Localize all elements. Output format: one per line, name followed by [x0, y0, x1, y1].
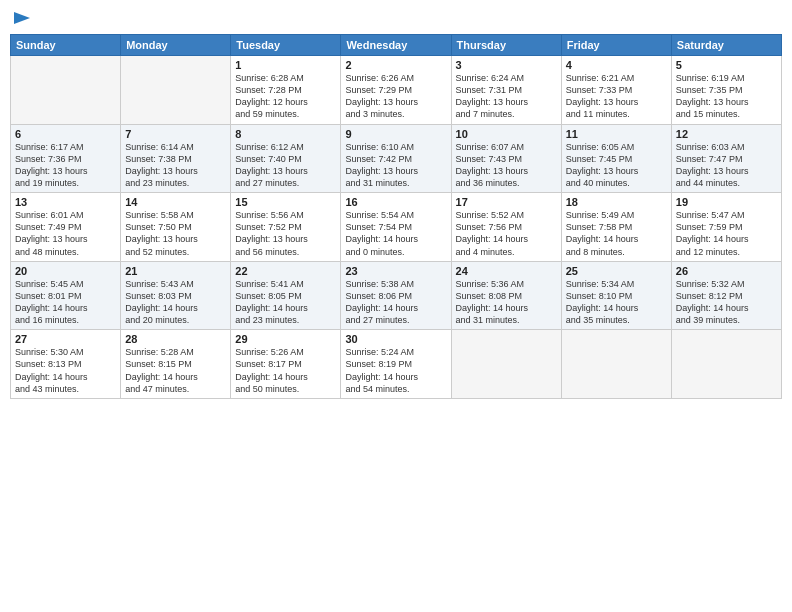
calendar-week-row: 6Sunrise: 6:17 AM Sunset: 7:36 PM Daylig…	[11, 124, 782, 193]
calendar-day-cell: 7Sunrise: 6:14 AM Sunset: 7:38 PM Daylig…	[121, 124, 231, 193]
calendar-day-cell: 19Sunrise: 5:47 AM Sunset: 7:59 PM Dayli…	[671, 193, 781, 262]
day-info: Sunrise: 5:56 AM Sunset: 7:52 PM Dayligh…	[235, 209, 336, 258]
day-info: Sunrise: 6:28 AM Sunset: 7:28 PM Dayligh…	[235, 72, 336, 121]
page: SundayMondayTuesdayWednesdayThursdayFrid…	[0, 0, 792, 612]
day-number: 13	[15, 196, 116, 208]
day-number: 30	[345, 333, 446, 345]
day-info: Sunrise: 5:30 AM Sunset: 8:13 PM Dayligh…	[15, 346, 116, 395]
day-number: 26	[676, 265, 777, 277]
calendar-day-cell: 15Sunrise: 5:56 AM Sunset: 7:52 PM Dayli…	[231, 193, 341, 262]
calendar-day-cell: 14Sunrise: 5:58 AM Sunset: 7:50 PM Dayli…	[121, 193, 231, 262]
day-number: 29	[235, 333, 336, 345]
calendar-day-cell: 6Sunrise: 6:17 AM Sunset: 7:36 PM Daylig…	[11, 124, 121, 193]
day-number: 4	[566, 59, 667, 71]
calendar-day-cell: 11Sunrise: 6:05 AM Sunset: 7:45 PM Dayli…	[561, 124, 671, 193]
calendar-day-header: Monday	[121, 35, 231, 56]
calendar-day-cell: 22Sunrise: 5:41 AM Sunset: 8:05 PM Dayli…	[231, 261, 341, 330]
day-number: 15	[235, 196, 336, 208]
calendar-day-cell: 20Sunrise: 5:45 AM Sunset: 8:01 PM Dayli…	[11, 261, 121, 330]
day-number: 17	[456, 196, 557, 208]
calendar-day-cell: 26Sunrise: 5:32 AM Sunset: 8:12 PM Dayli…	[671, 261, 781, 330]
day-info: Sunrise: 6:21 AM Sunset: 7:33 PM Dayligh…	[566, 72, 667, 121]
day-number: 27	[15, 333, 116, 345]
calendar-day-cell: 17Sunrise: 5:52 AM Sunset: 7:56 PM Dayli…	[451, 193, 561, 262]
calendar-day-header: Thursday	[451, 35, 561, 56]
calendar-day-cell: 21Sunrise: 5:43 AM Sunset: 8:03 PM Dayli…	[121, 261, 231, 330]
day-number: 23	[345, 265, 446, 277]
day-number: 3	[456, 59, 557, 71]
calendar-day-cell	[121, 56, 231, 125]
day-info: Sunrise: 5:28 AM Sunset: 8:15 PM Dayligh…	[125, 346, 226, 395]
day-number: 14	[125, 196, 226, 208]
day-info: Sunrise: 5:54 AM Sunset: 7:54 PM Dayligh…	[345, 209, 446, 258]
day-info: Sunrise: 6:24 AM Sunset: 7:31 PM Dayligh…	[456, 72, 557, 121]
day-info: Sunrise: 5:32 AM Sunset: 8:12 PM Dayligh…	[676, 278, 777, 327]
day-info: Sunrise: 5:38 AM Sunset: 8:06 PM Dayligh…	[345, 278, 446, 327]
day-number: 11	[566, 128, 667, 140]
day-number: 16	[345, 196, 446, 208]
calendar-week-row: 13Sunrise: 6:01 AM Sunset: 7:49 PM Dayli…	[11, 193, 782, 262]
calendar-day-cell: 28Sunrise: 5:28 AM Sunset: 8:15 PM Dayli…	[121, 330, 231, 399]
calendar-day-cell: 25Sunrise: 5:34 AM Sunset: 8:10 PM Dayli…	[561, 261, 671, 330]
day-number: 12	[676, 128, 777, 140]
calendar-week-row: 27Sunrise: 5:30 AM Sunset: 8:13 PM Dayli…	[11, 330, 782, 399]
day-info: Sunrise: 5:45 AM Sunset: 8:01 PM Dayligh…	[15, 278, 116, 327]
calendar-day-cell: 8Sunrise: 6:12 AM Sunset: 7:40 PM Daylig…	[231, 124, 341, 193]
day-info: Sunrise: 6:12 AM Sunset: 7:40 PM Dayligh…	[235, 141, 336, 190]
svg-marker-0	[14, 12, 30, 24]
day-number: 18	[566, 196, 667, 208]
calendar-day-cell: 18Sunrise: 5:49 AM Sunset: 7:58 PM Dayli…	[561, 193, 671, 262]
day-number: 8	[235, 128, 336, 140]
calendar-day-cell	[561, 330, 671, 399]
day-info: Sunrise: 5:34 AM Sunset: 8:10 PM Dayligh…	[566, 278, 667, 327]
day-info: Sunrise: 6:05 AM Sunset: 7:45 PM Dayligh…	[566, 141, 667, 190]
day-info: Sunrise: 6:19 AM Sunset: 7:35 PM Dayligh…	[676, 72, 777, 121]
calendar-day-cell: 10Sunrise: 6:07 AM Sunset: 7:43 PM Dayli…	[451, 124, 561, 193]
calendar-day-header: Sunday	[11, 35, 121, 56]
day-number: 25	[566, 265, 667, 277]
day-info: Sunrise: 5:58 AM Sunset: 7:50 PM Dayligh…	[125, 209, 226, 258]
calendar-day-cell	[11, 56, 121, 125]
calendar-day-cell: 16Sunrise: 5:54 AM Sunset: 7:54 PM Dayli…	[341, 193, 451, 262]
calendar-week-row: 20Sunrise: 5:45 AM Sunset: 8:01 PM Dayli…	[11, 261, 782, 330]
day-info: Sunrise: 5:24 AM Sunset: 8:19 PM Dayligh…	[345, 346, 446, 395]
day-info: Sunrise: 6:07 AM Sunset: 7:43 PM Dayligh…	[456, 141, 557, 190]
day-number: 6	[15, 128, 116, 140]
day-info: Sunrise: 6:14 AM Sunset: 7:38 PM Dayligh…	[125, 141, 226, 190]
calendar-day-cell: 2Sunrise: 6:26 AM Sunset: 7:29 PM Daylig…	[341, 56, 451, 125]
header	[10, 10, 782, 26]
day-info: Sunrise: 5:36 AM Sunset: 8:08 PM Dayligh…	[456, 278, 557, 327]
day-number: 2	[345, 59, 446, 71]
day-info: Sunrise: 5:26 AM Sunset: 8:17 PM Dayligh…	[235, 346, 336, 395]
calendar-day-header: Wednesday	[341, 35, 451, 56]
day-number: 19	[676, 196, 777, 208]
logo	[10, 10, 32, 26]
day-number: 1	[235, 59, 336, 71]
day-info: Sunrise: 5:47 AM Sunset: 7:59 PM Dayligh…	[676, 209, 777, 258]
calendar-day-cell: 24Sunrise: 5:36 AM Sunset: 8:08 PM Dayli…	[451, 261, 561, 330]
day-number: 20	[15, 265, 116, 277]
calendar-day-header: Tuesday	[231, 35, 341, 56]
day-number: 10	[456, 128, 557, 140]
day-info: Sunrise: 5:43 AM Sunset: 8:03 PM Dayligh…	[125, 278, 226, 327]
day-number: 9	[345, 128, 446, 140]
calendar-day-cell: 9Sunrise: 6:10 AM Sunset: 7:42 PM Daylig…	[341, 124, 451, 193]
calendar-day-cell: 29Sunrise: 5:26 AM Sunset: 8:17 PM Dayli…	[231, 330, 341, 399]
calendar-day-header: Friday	[561, 35, 671, 56]
calendar-day-cell: 4Sunrise: 6:21 AM Sunset: 7:33 PM Daylig…	[561, 56, 671, 125]
day-number: 22	[235, 265, 336, 277]
day-number: 24	[456, 265, 557, 277]
day-info: Sunrise: 5:49 AM Sunset: 7:58 PM Dayligh…	[566, 209, 667, 258]
calendar-day-cell: 30Sunrise: 5:24 AM Sunset: 8:19 PM Dayli…	[341, 330, 451, 399]
calendar-table: SundayMondayTuesdayWednesdayThursdayFrid…	[10, 34, 782, 399]
day-info: Sunrise: 6:03 AM Sunset: 7:47 PM Dayligh…	[676, 141, 777, 190]
day-info: Sunrise: 6:10 AM Sunset: 7:42 PM Dayligh…	[345, 141, 446, 190]
day-number: 5	[676, 59, 777, 71]
calendar-day-cell	[671, 330, 781, 399]
calendar-day-header: Saturday	[671, 35, 781, 56]
calendar-day-cell: 1Sunrise: 6:28 AM Sunset: 7:28 PM Daylig…	[231, 56, 341, 125]
calendar-day-cell: 3Sunrise: 6:24 AM Sunset: 7:31 PM Daylig…	[451, 56, 561, 125]
day-number: 28	[125, 333, 226, 345]
day-info: Sunrise: 5:52 AM Sunset: 7:56 PM Dayligh…	[456, 209, 557, 258]
calendar-day-cell	[451, 330, 561, 399]
